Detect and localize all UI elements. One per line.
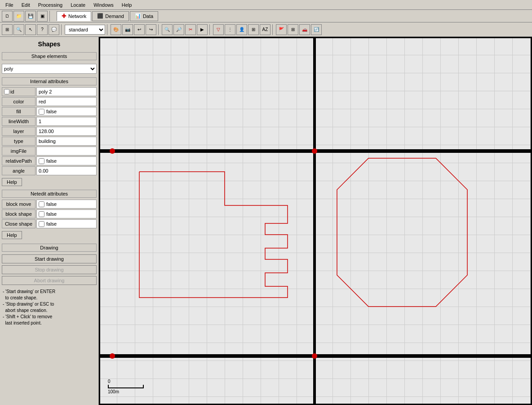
- toolbar-saveall[interactable]: ▣: [37, 11, 48, 22]
- tb-colorwheel[interactable]: 🎨: [111, 24, 121, 35]
- internal-attrs-header: Internal attributes: [2, 77, 97, 85]
- shape-type-select[interactable]: poly circle rectangle: [2, 64, 97, 74]
- instruction-stop: - 'Stop drawing' or ESC to abort shape c…: [3, 302, 54, 313]
- attr-color-value: [36, 97, 97, 106]
- blockshape-checkbox[interactable]: [39, 211, 44, 217]
- toolbar-open[interactable]: 📁: [13, 11, 24, 22]
- attr-linewidth-label: lineWidth: [2, 117, 35, 126]
- scale-bar: 0 100m: [108, 379, 144, 394]
- tb-zoom[interactable]: 🔍: [13, 24, 24, 35]
- attr-imgfile-label: imgFile: [2, 147, 35, 156]
- attr-layer-label: layer: [2, 127, 35, 136]
- tb-table[interactable]: ⊞: [248, 24, 259, 35]
- linewidth-input[interactable]: [39, 119, 94, 124]
- shape-elements-header: Shape elements: [2, 52, 97, 60]
- menu-file[interactable]: File: [2, 1, 17, 9]
- attr-color-label: color: [2, 97, 35, 106]
- menu-windows[interactable]: Windows: [90, 1, 117, 9]
- tb-find[interactable]: 🔎: [173, 24, 184, 35]
- help-button-1[interactable]: Help: [2, 178, 22, 186]
- scale-line: [108, 385, 144, 388]
- tab-network[interactable]: ✚ Network: [57, 11, 91, 21]
- tb-select2[interactable]: ▶: [197, 24, 208, 35]
- layer-input[interactable]: [39, 129, 94, 134]
- sep1: [49, 11, 51, 22]
- toolbar: ⊞ 🔍 ↖ ? 💬 standard tls custom 🎨 📷 ↩ ↪ 🔍 …: [0, 22, 532, 37]
- closeshape-checkbox[interactable]: [39, 221, 44, 227]
- id-input[interactable]: [39, 89, 94, 94]
- attr-angle-value: [36, 166, 97, 175]
- attr-relpath-label: relativePath: [2, 156, 35, 165]
- tb-undo[interactable]: ↩: [134, 24, 145, 35]
- help-button-2[interactable]: Help: [2, 231, 22, 239]
- panel-title: Shapes: [2, 39, 97, 49]
- attr-fill-row: fill false: [2, 107, 97, 116]
- start-drawing-button[interactable]: Start drawing: [2, 254, 97, 263]
- tab-network-label: Network: [68, 13, 86, 19]
- attr-angle-label: angle: [2, 166, 35, 175]
- tb-route[interactable]: 🔃: [311, 24, 322, 35]
- attr-id-row: id: [2, 87, 97, 96]
- angle-input[interactable]: [39, 168, 94, 174]
- attr-fill-value: false: [36, 107, 97, 116]
- attr-relpath-row: relativePath false: [2, 156, 97, 165]
- data-tab-icon: 📊: [135, 13, 141, 19]
- attr-type-label: type: [2, 137, 35, 146]
- tabbar: 🗋 📁 💾 ▣ ✚ Network ⬛ Demand 📊 Data: [0, 10, 532, 22]
- tb-grid[interactable]: ⊞: [2, 24, 13, 35]
- type-input[interactable]: [39, 138, 94, 144]
- view-mode-select[interactable]: standard tls custom: [65, 25, 105, 35]
- tb-redo[interactable]: ↪: [146, 24, 156, 35]
- menu-edit[interactable]: Edit: [18, 1, 34, 9]
- attr-type-row: type: [2, 137, 97, 146]
- attr-id-label: id: [10, 89, 14, 94]
- tb-cut[interactable]: ✂: [185, 24, 196, 35]
- color-input[interactable]: [39, 99, 94, 104]
- id-checkbox[interactable]: [4, 89, 9, 94]
- tb-car[interactable]: 🚗: [299, 24, 310, 35]
- blockmove-text: false: [46, 201, 57, 207]
- grid-background: [99, 37, 532, 405]
- tab-demand[interactable]: ⬛ Demand: [92, 11, 129, 21]
- tb-traffic[interactable]: ▽: [213, 24, 224, 35]
- tb-camera[interactable]: 📷: [122, 24, 133, 35]
- stop-drawing-button[interactable]: Stop drawing: [2, 265, 97, 274]
- menu-help[interactable]: Help: [118, 1, 136, 9]
- tb-info[interactable]: ?: [37, 24, 48, 35]
- drawing-section: Drawing Start drawing Stop drawing Abort…: [2, 244, 97, 326]
- blockmove-checkbox[interactable]: [39, 201, 44, 207]
- attr-blockshape-label: block shape: [2, 209, 35, 218]
- menu-locate[interactable]: Locate: [67, 1, 89, 9]
- fill-checkbox[interactable]: [39, 109, 44, 115]
- attr-closeshape-row: Close shape false: [2, 219, 97, 228]
- tb-color[interactable]: 💬: [49, 24, 59, 35]
- scale-rule: [108, 385, 144, 388]
- tb-search[interactable]: 🔍: [162, 24, 173, 35]
- tb-select[interactable]: ↖: [25, 24, 36, 35]
- toolbar-new[interactable]: 🗋: [2, 11, 13, 22]
- attr-layer-row: layer: [2, 127, 97, 136]
- menu-processing[interactable]: Processing: [35, 1, 66, 9]
- attr-blockmove-label: block move: [2, 200, 35, 209]
- sep6: [272, 24, 274, 35]
- sep5: [209, 24, 211, 35]
- draw-instructions: - 'Start drawing' or ENTER to create sha…: [3, 289, 96, 326]
- tb-person[interactable]: 👤: [236, 24, 247, 35]
- demand-tab-icon: ⬛: [97, 13, 103, 19]
- tab-data[interactable]: 📊 Data: [130, 11, 158, 21]
- relpath-text: false: [46, 158, 57, 164]
- attr-imgfile-value: [36, 147, 97, 156]
- relpath-checkbox[interactable]: [39, 158, 44, 164]
- tab-data-label: Data: [143, 13, 153, 19]
- sep3: [107, 24, 109, 35]
- imgfile-input[interactable]: [39, 148, 94, 154]
- tb-az[interactable]: AZ: [260, 24, 270, 35]
- tb-flag[interactable]: 🚩: [276, 24, 287, 35]
- attr-relpath-value: false: [36, 156, 97, 165]
- toolbar-save[interactable]: 💾: [25, 11, 36, 22]
- canvas-area[interactable]: 0 100m: [99, 37, 532, 405]
- attr-blockmove-value: false: [36, 200, 97, 209]
- tb-grid2[interactable]: ⊞: [288, 24, 298, 35]
- tb-lanes[interactable]: ⋮: [225, 24, 235, 35]
- abort-drawing-button[interactable]: Abort drawing: [2, 276, 97, 285]
